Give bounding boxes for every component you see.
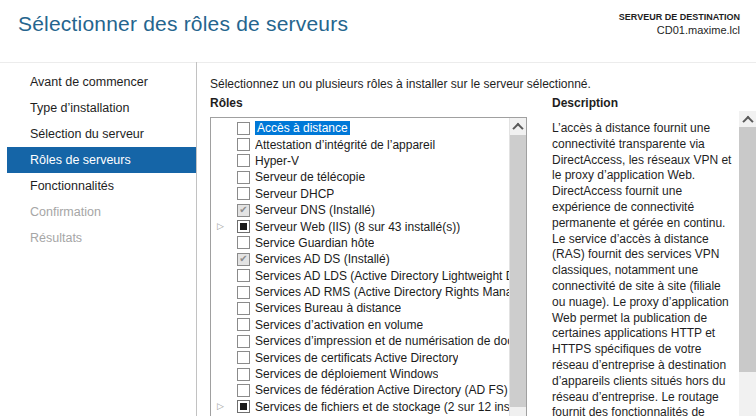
description-line: Web permet la publication de [552,311,738,327]
role-checkbox[interactable] [237,187,250,200]
role-label: Accès à distance [255,121,350,135]
destination-server-value: CD01.maxime.lcl [619,24,740,37]
role-label: Service Guardian hôte [255,236,374,250]
destination-server-label: SERVEUR DE DESTINATION [619,11,740,24]
scroll-up-button[interactable] [510,118,526,135]
role-row-acces-a-distance[interactable]: Accès à distance [211,120,509,136]
wizard-window: Sélectionner des rôles de serveurs SERVE… [0,0,756,416]
description-heading: Description [552,96,618,110]
role-row-services-d-activation-en-volume[interactable]: Services d’activation en volume [211,317,509,333]
role-row-serveur-dhcp[interactable]: Serveur DHCP [211,186,509,202]
description-line: (RAS) fournit des services VPN [552,247,738,263]
role-row-attestation-d-integrite-de-l-appareil[interactable]: Attestation d’intégrité de l’appareil [211,136,509,152]
sidebar-item-avant-de-commencer[interactable]: Avant de commencer [0,69,196,95]
role-checkbox[interactable] [237,154,250,167]
roles-listbox: Accès à distanceAttestation d’intégrité … [210,117,527,416]
role-row-services-ad-lds-active-directory-lightwe[interactable]: Services AD LDS (Active Directory Lightw… [211,268,509,284]
role-row-services-ad-ds-installe[interactable]: ✔Services AD DS (Installé) [211,251,509,267]
role-row-services-de-federation-active-directory-[interactable]: Services de fédération Active Directory … [211,382,509,398]
description-line: fournit des fonctionnalités de [552,405,738,416]
role-label: Services d’impression et de numérisation… [255,334,509,348]
description-scrollbar-thumb[interactable] [739,127,756,372]
description-text: L’accès à distance fournit uneconnectivi… [552,121,738,416]
expand-icon[interactable]: ▷ [217,222,237,231]
role-checkbox[interactable] [237,368,250,381]
role-checkbox[interactable] [237,384,250,397]
role-row-serveur-de-telecopie[interactable]: Serveur de télécopie [211,169,509,185]
role-label: Services de fédération Active Directory … [255,383,508,397]
role-checkbox[interactable] [237,220,250,233]
sidebar-item-roles-de-serveurs[interactable]: Rôles de serveurs [7,147,196,173]
role-label: Attestation d’intégrité de l’appareil [255,138,435,152]
role-checkbox[interactable] [237,400,250,413]
role-row-hyper-v[interactable]: Hyper-V [211,153,509,169]
sidebar-item-selection-du-serveur[interactable]: Sélection du serveur [0,121,196,147]
role-label: Services de fichiers et de stockage (2 s… [255,400,509,414]
role-label: Services AD RMS (Active Directory Rights… [255,285,509,299]
role-row-service-guardian-hote[interactable]: Service Guardian hôte [211,235,509,251]
role-row-services-ad-rms-active-directory-rights-[interactable]: Services AD RMS (Active Directory Rights… [211,284,509,300]
role-label: Services de certificats Active Directory [255,351,458,365]
role-checkbox[interactable] [237,286,250,299]
sidebar-item-resultats: Résultats [0,225,196,251]
description-line: HTTPS spécifiques de votre [552,342,738,358]
description-line: connectivité de site à site (filiale [552,279,738,295]
role-checkbox[interactable] [237,122,250,135]
description-line: permanente et gérée en continu. [552,216,738,232]
role-checkbox[interactable] [237,236,250,249]
page-title: Sélectionner des rôles de serveurs [18,12,348,36]
roles-scrollbar-thumb[interactable] [510,135,526,407]
role-checkbox[interactable]: ✔ [237,204,250,217]
description-line: connectivité transparente via [552,137,738,153]
role-row-services-de-certificats-active-directory[interactable]: Services de certificats Active Directory [211,349,509,365]
role-row-serveur-web-iis-8-sur-43-installe-s[interactable]: ▷Serveur Web (IIS) (8 sur 43 installé(s)… [211,218,509,234]
role-checkbox[interactable] [237,335,250,348]
roles-heading: Rôles [210,96,243,110]
header-separator [0,62,756,63]
chevron-up-icon [512,122,523,133]
expand-icon[interactable]: ▷ [217,402,237,411]
description-line: DirectAccess fournit une [552,184,738,200]
role-label: Serveur Web (IIS) (8 sur 43 installé(s)) [255,220,460,234]
description-line: expérience de connectivité [552,200,738,216]
role-label: Serveur DNS (Installé) [255,203,375,217]
role-label: Services Bureau à distance [255,301,401,315]
description-scrollbar[interactable] [739,111,756,416]
role-row-services-bureau-a-distance[interactable]: Services Bureau à distance [211,300,509,316]
sidebar-item-type-d-installation[interactable]: Type d’installation [0,95,196,121]
role-checkbox[interactable] [237,138,250,151]
sidebar-item-confirmation: Confirmation [0,199,196,225]
roles-scrollbar[interactable] [509,118,526,416]
role-label: Serveur de télécopie [255,170,365,184]
destination-server-block: SERVEUR DE DESTINATION CD01.maxime.lcl [619,11,740,37]
role-row-serveur-dns-installe[interactable]: ✔Serveur DNS (Installé) [211,202,509,218]
description-line: le proxy d’application Web. [552,168,738,184]
intro-text: Sélectionnez un ou plusieurs rôles à ins… [210,77,591,91]
role-row-services-de-deploiement-windows[interactable]: Services de déploiement Windows [211,366,509,382]
role-label: Hyper-V [255,154,299,168]
description-line: d’appareils clients situés hors du [552,374,738,390]
role-checkbox[interactable] [237,318,250,331]
role-label: Serveur DHCP [255,187,334,201]
role-row-services-d-impression-et-de-numerisation[interactable]: Services d’impression et de numérisation… [211,333,509,349]
role-row-services-de-fichiers-et-de-stockage-2-su[interactable]: ▷Services de fichiers et de stockage (2 … [211,399,509,415]
role-label: Services AD LDS (Active Directory Lightw… [255,269,509,283]
description-scroll-up-button[interactable] [739,111,756,128]
description-line: DirectAccess, les réseaux VPN et [552,153,738,169]
role-checkbox[interactable] [237,171,250,184]
description-line: classiques, notamment une [552,263,738,279]
role-checkbox[interactable] [237,351,250,364]
chevron-up-icon [742,115,753,126]
description-line: réseau d’entreprise à destination [552,358,738,374]
sidebar-item-fonctionnalites[interactable]: Fonctionnalités [0,173,196,199]
description-line: réseau d’entreprise. Le routage [552,390,738,406]
role-label: Services AD DS (Installé) [255,252,390,266]
description-line: ou nuage). Le proxy d’application [552,295,738,311]
role-label: Services d’activation en volume [255,318,423,332]
nav-divider [196,62,197,416]
role-label: Services de déploiement Windows [255,367,438,381]
role-checkbox[interactable] [237,302,250,315]
role-checkbox[interactable] [237,269,250,282]
role-checkbox[interactable]: ✔ [237,253,250,266]
roles-rows: Accès à distanceAttestation d’intégrité … [211,118,509,416]
